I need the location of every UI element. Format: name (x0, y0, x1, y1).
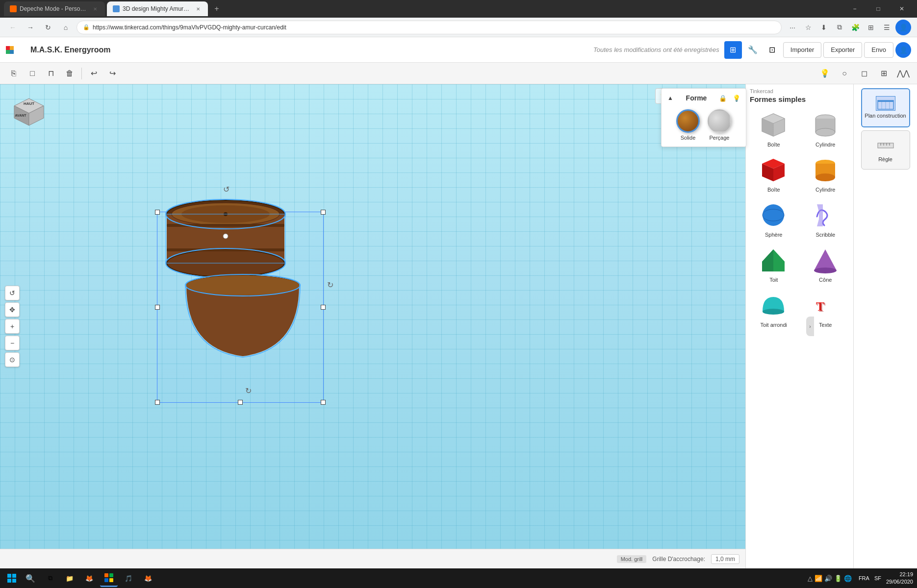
handle-tr[interactable] (321, 210, 326, 215)
taskbar-explorer[interactable]: 📁 (61, 569, 78, 587)
taskbar-app-2[interactable] (100, 569, 118, 587)
wrench-button[interactable]: 🔧 (744, 41, 762, 59)
browser-tab-1[interactable]: Depeche Mode - Personal... ✕ (4, 1, 105, 16)
handle-bl[interactable] (155, 400, 160, 405)
taskbar-app-4[interactable]: 🦊 (139, 569, 157, 587)
start-button[interactable] (4, 570, 20, 586)
browser-tab-2[interactable]: 3D design Mighty Amur-Curc... ✕ (107, 1, 208, 16)
bookmark-button[interactable]: ☆ (801, 21, 815, 34)
extensions-button[interactable]: ··· (786, 21, 799, 34)
taskbar-app-1[interactable]: 🦊 (80, 569, 98, 587)
undo-button[interactable]: ↩ (85, 65, 102, 82)
handle-br[interactable] (321, 400, 326, 405)
export-button[interactable]: Exporter (823, 42, 862, 58)
plan-construction-button[interactable]: Plan construction (861, 88, 910, 127)
copy-button[interactable]: □ (24, 65, 41, 82)
taskbar-app-3[interactable]: 🎵 (120, 569, 137, 587)
close-button[interactable]: ✕ (891, 1, 913, 16)
snap-tool[interactable]: ⋀⋀ (894, 65, 912, 82)
shape-box-wireframe[interactable]: Boîte (750, 108, 798, 149)
tab-close-2[interactable]: ✕ (194, 5, 202, 13)
maximize-button[interactable]: □ (867, 1, 890, 16)
taskbar-clock[interactable]: 22:19 29/06/2020 (886, 571, 913, 586)
shape-label-boite-wire: Boîte (767, 142, 780, 147)
refresh-button[interactable]: ↻ (41, 21, 55, 34)
user-avatar-browser[interactable]: 👤 (895, 20, 911, 35)
user-avatar-app[interactable]: 👤 (895, 42, 911, 58)
download-icon[interactable]: ⬇ (817, 21, 831, 34)
solide-option[interactable]: Solide (676, 109, 700, 141)
tab-close-1[interactable]: ✕ (91, 5, 99, 13)
viewport[interactable]: HAUT AVANT ↺ ✥ + − ⊙ (0, 84, 745, 568)
sys-tray-arrow[interactable]: △ (808, 575, 813, 582)
tab-label-2: 3D design Mighty Amur-Curc... (123, 5, 191, 12)
shape-scribble[interactable]: Scribble (802, 198, 850, 240)
sys-network-icon[interactable]: 📶 (815, 575, 822, 582)
pan-button[interactable]: ✥ (5, 302, 20, 317)
menu-button[interactable]: ☰ (880, 21, 893, 34)
handle-ml[interactable] (155, 305, 160, 310)
sys-globe-icon[interactable]: 🌐 (844, 575, 852, 582)
perspective-cube[interactable]: HAUT AVANT (12, 96, 46, 130)
zoom-in-button[interactable]: + (5, 319, 20, 334)
shape-cylinder-wireframe[interactable]: Cylindre (802, 108, 850, 149)
duplicate-button[interactable]: ⊓ (42, 65, 60, 82)
light-tool[interactable]: 💡 (816, 65, 834, 82)
extension-icon[interactable]: 🧩 (848, 21, 862, 34)
address-bar[interactable]: 🔒 https://www.tinkercad.com/things/9maVl… (76, 21, 782, 34)
taskbar-task-view[interactable]: ⧉ (41, 569, 59, 587)
percage-option[interactable]: Perçage (708, 109, 731, 141)
shapes-grid: Boîte Cylindre (750, 108, 849, 330)
forme-title: Forme (686, 94, 707, 102)
objects-container[interactable]: ↺ ↻ ↻ (147, 182, 343, 403)
main-area: HAUT AVANT ↺ ✥ + − ⊙ (0, 84, 917, 568)
grid-tool[interactable]: ⊞ (875, 65, 892, 82)
forme-collapse-btn[interactable]: ▲ (665, 93, 675, 103)
sys-battery-icon[interactable]: 🔋 (834, 575, 842, 582)
back-button[interactable]: ← (6, 21, 20, 34)
hemisphere-object[interactable] (181, 261, 304, 364)
mod-label: Mod. grill (617, 555, 647, 563)
grid-view-button[interactable]: ⊞ (724, 41, 742, 59)
favorites-icon[interactable]: ⊞ (864, 21, 878, 34)
percage-label: Perçage (710, 135, 730, 141)
rotation-handle-bottom[interactable]: ↻ (245, 386, 252, 395)
handle-tl[interactable] (155, 210, 160, 215)
fit-button[interactable]: ⊙ (5, 352, 20, 367)
redo-button[interactable]: ↪ (103, 65, 121, 82)
minimize-button[interactable]: − (843, 1, 866, 16)
import-button[interactable]: Importer (783, 42, 821, 58)
svg-point-16 (223, 234, 228, 239)
shape-toit-arrondi[interactable]: Toit arrondi (750, 289, 798, 330)
shape-box-solid[interactable]: Boîte (750, 153, 798, 195)
rotation-handle-top[interactable]: ↺ (223, 185, 229, 194)
shape-cone[interactable]: Cône (802, 244, 850, 285)
delete-button[interactable]: 🗑 (61, 65, 78, 82)
shape-sphere[interactable]: Sphère (750, 198, 798, 240)
grid-value[interactable]: 1,0 mm (711, 554, 739, 564)
forward-button[interactable]: → (24, 21, 37, 34)
square-tool[interactable]: ◻ (855, 65, 873, 82)
regle-button[interactable]: Règle (861, 130, 910, 170)
paste-button[interactable]: ⎘ (5, 65, 23, 82)
zoom-out-button[interactable]: − (5, 336, 20, 350)
sys-volume-icon[interactable]: 🔊 (824, 575, 832, 582)
handle-mr[interactable] (321, 305, 326, 310)
forme-lock-icon[interactable]: 🔒 (717, 93, 728, 103)
home-button[interactable]: ⌂ (59, 21, 73, 34)
taskbar-search-button[interactable]: 🔍 (22, 570, 39, 586)
svg-point-36 (763, 204, 784, 226)
gallery-button[interactable]: ⊡ (764, 41, 781, 59)
new-tab-button[interactable]: + (210, 2, 224, 16)
circle-tool[interactable]: ○ (836, 65, 853, 82)
handle-bm[interactable] (238, 400, 243, 405)
forme-info-icon[interactable]: 💡 (731, 93, 742, 103)
panel-collapse-toggle[interactable]: › (806, 317, 814, 336)
orbit-button[interactable]: ↺ (5, 286, 20, 300)
shape-cylinder-solid[interactable]: Cylindre (802, 153, 850, 195)
sync-icon[interactable]: ⧉ (833, 21, 846, 34)
send-button[interactable]: Envo (864, 42, 893, 58)
shape-toit[interactable]: Toit (750, 244, 798, 285)
rotation-handle-right[interactable]: ↻ (327, 280, 333, 290)
shape-label-cone: Cône (819, 277, 832, 283)
